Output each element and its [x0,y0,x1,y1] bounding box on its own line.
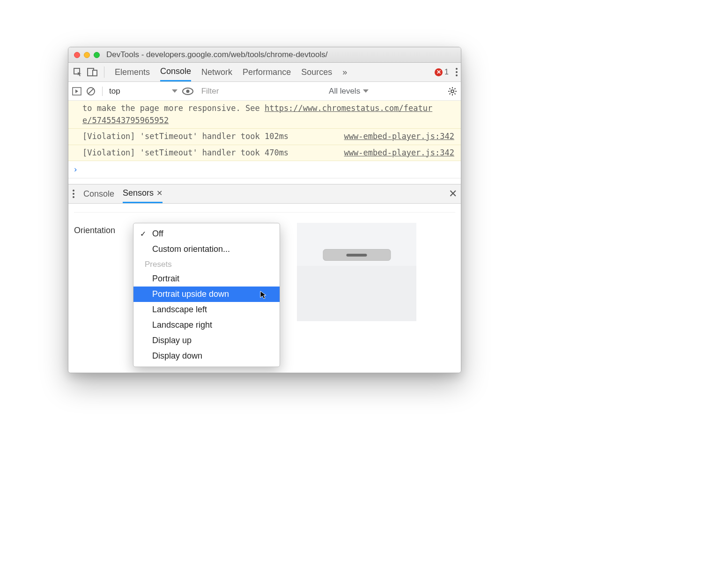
svg-point-5 [456,74,458,76]
log-text-fragment: to make the page more responsive. See [82,103,265,113]
drawer-tabbar: Console Sensors ✕ ✕ [68,184,461,204]
check-icon: ✓ [140,229,146,238]
drawer-close-icon[interactable]: ✕ [449,188,457,200]
orientation-presets-header: Presets [133,257,280,271]
device-model-surface [297,266,416,321]
orientation-option-custom[interactable]: Custom orientation... [133,242,280,257]
window-minimize-button[interactable] [84,52,90,58]
log-levels-label: All levels [329,87,360,96]
option-label: Off [152,229,163,238]
clear-console-icon[interactable] [86,87,96,96]
svg-line-17 [454,93,455,94]
tabs-overflow[interactable]: » [342,63,347,81]
tab-performance[interactable]: Performance [243,63,291,81]
log-text: [Violation] 'setTimeout' handler took 10… [82,132,288,141]
devtools-window: DevTools - developers.google.com/web/too… [68,47,461,373]
tab-network[interactable]: Network [201,63,232,81]
orientation-option-landscape-right[interactable]: Landscape right [133,317,280,333]
log-message: to make the page more responsive. See ht… [68,101,461,129]
console-settings-icon[interactable] [448,87,457,96]
orientation-option-landscape-left[interactable]: Landscape left [133,302,280,317]
console-log: to make the page more responsive. See ht… [68,101,461,161]
log-message: [Violation] 'setTimeout' handler took 47… [68,145,461,162]
option-label: Portrait upside down [152,289,229,299]
console-toolbar: top All levels [68,82,461,101]
svg-line-18 [450,93,451,94]
log-message: [Violation] 'setTimeout' handler took 10… [68,129,461,145]
cursor-icon [260,290,266,299]
device-speaker [347,254,367,257]
inspect-element-icon[interactable] [73,67,82,77]
log-source-link[interactable]: www-embed-player.js:342 [344,147,454,159]
orientation-label: Orientation [74,223,125,235]
close-tab-icon[interactable]: ✕ [156,189,163,198]
panel-tabs: Elements Console Network Performance Sou… [115,63,347,81]
tab-elements[interactable]: Elements [115,63,150,81]
error-icon: ✕ [435,68,443,76]
orientation-option-portrait[interactable]: Portrait [133,271,280,287]
console-prompt[interactable]: › [68,161,461,178]
log-text: [Violation] 'setTimeout' handler took 47… [82,148,288,157]
svg-point-11 [451,90,454,93]
log-link[interactable]: https://www.chromestatus.com/featur [265,103,432,113]
live-expression-icon[interactable] [182,87,193,96]
log-link[interactable]: e/5745543795965952 [82,116,169,125]
window-titlebar: DevTools - developers.google.com/web/too… [68,47,461,63]
svg-rect-2 [93,70,97,76]
drawer-tab-sensors-label: Sensors [123,188,154,198]
drawer-tab-sensors[interactable]: Sensors ✕ [123,184,163,203]
orientation-option-display-down[interactable]: Display down [133,348,280,364]
orientation-option-display-up[interactable]: Display up [133,333,280,348]
svg-line-19 [454,88,455,89]
svg-point-21 [73,193,74,195]
toolbar-separator [104,66,104,78]
log-source-link[interactable]: www-embed-player.js:342 [344,131,454,143]
svg-point-22 [73,196,74,198]
svg-point-3 [456,68,458,70]
svg-point-4 [456,71,458,73]
tab-sources[interactable]: Sources [301,63,332,81]
main-toolbar: Elements Console Network Performance Sou… [68,63,461,82]
caret-down-icon [172,89,178,93]
device-toggle-icon[interactable] [87,67,97,77]
orientation-preview [297,223,416,321]
device-model-back [323,249,391,261]
execution-context-select[interactable]: top [109,87,178,96]
orientation-row: Orientation ✓ Off Custom orientation... … [74,223,455,367]
log-levels-select[interactable]: All levels [329,87,369,96]
svg-line-8 [88,88,94,94]
svg-point-10 [186,89,189,93]
console-separator [102,87,103,96]
drawer-kebab-icon[interactable] [72,189,75,199]
drawer-tab-console[interactable]: Console [83,184,114,203]
orientation-option-off[interactable]: ✓ Off [133,226,280,242]
orientation-option-portrait-upside-down[interactable]: Portrait upside down [133,287,280,302]
svg-line-16 [450,88,451,89]
svg-point-20 [73,190,74,191]
orientation-dropdown[interactable]: ✓ Off Custom orientation... Presets Port… [133,223,280,367]
window-zoom-button[interactable] [94,52,100,58]
window-close-button[interactable] [74,52,80,58]
caret-down-icon [363,89,369,93]
error-counter[interactable]: ✕ 1 [435,68,449,76]
error-count: 1 [444,68,449,76]
traffic-lights [74,52,100,58]
tab-console[interactable]: Console [160,63,191,81]
sidebar-toggle-icon[interactable] [72,87,81,96]
kebab-menu-icon[interactable] [455,67,458,77]
divider [74,212,455,213]
execution-context-value: top [109,87,120,96]
console-filter-input[interactable] [198,85,287,98]
sensors-panel: Orientation ✓ Off Custom orientation... … [68,204,461,373]
window-title: DevTools - developers.google.com/web/too… [106,50,461,59]
